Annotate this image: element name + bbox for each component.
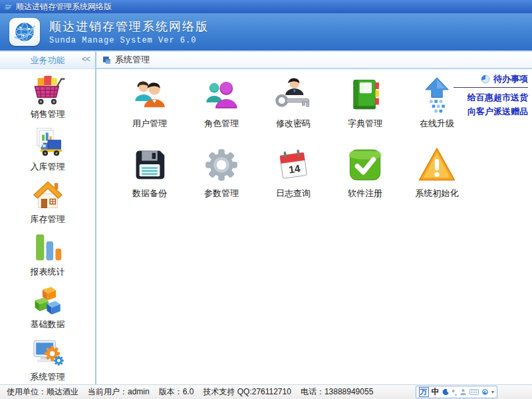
module-label: 在线升级 — [420, 118, 454, 130]
sidebar-item-basedata[interactable]: 基础数据 — [0, 283, 95, 332]
sidebar-item-label: 销售管理 — [31, 108, 65, 120]
status-company: 使用单位：顺达酒业 — [7, 386, 78, 398]
calendar-icon: 14 — [274, 146, 313, 184]
ime-logo-button[interactable]: 万 — [419, 387, 429, 397]
sidebar-item-inventory[interactable]: 库存管理 — [0, 178, 95, 227]
sidebar-item-inbound[interactable]: 入库管理 — [0, 125, 95, 174]
status-version: 版本：6.0 — [159, 386, 194, 398]
warning-icon — [418, 146, 456, 184]
module-label: 角色管理 — [204, 118, 239, 130]
cart-icon — [31, 72, 65, 107]
todo-link-delivery[interactable]: 给百惠超市送货 — [454, 90, 528, 104]
app-globe-icon — [3, 2, 13, 11]
module-log-query[interactable]: 14 日志查询 — [257, 146, 329, 200]
sidebar-collapse-button[interactable]: << — [82, 55, 90, 64]
status-current-user: 当前用户：admin — [88, 386, 150, 398]
tab-window-icon — [102, 56, 111, 65]
calendar-day: 14 — [288, 162, 301, 175]
users-icon — [130, 76, 169, 114]
computer-gear-icon — [31, 335, 65, 370]
module-label: 修改密码 — [276, 118, 311, 130]
floppy-icon — [130, 146, 169, 184]
sidebar: 业务功能 << 销售管理 — [0, 52, 96, 384]
module-system-initialization[interactable]: 系统初始化 — [401, 146, 473, 200]
content-area: 用户管理 — [96, 69, 532, 384]
gear-icon — [202, 146, 241, 184]
module-label: 用户管理 — [132, 118, 167, 130]
sidebar-item-system[interactable]: 系统管理 — [0, 335, 95, 384]
title-bar: 顺达进销存管理系统网络版 — [0, 0, 532, 13]
sidebar-item-sales[interactable]: 销售管理 — [0, 72, 95, 122]
app-subtitle: Sunda Manage System Ver 6.0 — [49, 36, 209, 45]
blocks-icon — [31, 283, 65, 317]
module-label: 系统初始化 — [416, 188, 459, 200]
sidebar-item-label: 报表统计 — [31, 266, 65, 278]
module-label: 参数管理 — [204, 188, 239, 200]
header-titles: 顺达进销存管理系统网络版 Sunda Manage System Ver 6.0 — [49, 19, 209, 45]
app-header: 顺达进销存管理系统网络版 Sunda Manage System Ver 6.0 — [0, 13, 532, 52]
ime-dropdown-caret[interactable]: ▾ — [491, 389, 494, 395]
status-support-qq: 技术支持 QQ:276112710 — [203, 386, 291, 398]
person-key-icon — [274, 76, 313, 114]
app-title: 顺达进销存管理系统网络版 — [49, 19, 209, 35]
ime-toolbar: 万 中 °, ▾ — [416, 386, 497, 398]
ime-keyboard-icon[interactable] — [469, 388, 479, 396]
sidebar-item-reports[interactable]: 报表统计 — [0, 230, 95, 279]
truck-icon — [31, 125, 65, 160]
module-row-2: 数据备份 参数管理 — [96, 146, 532, 200]
ime-language-mode-button[interactable]: 中 — [432, 386, 440, 398]
module-label: 日志查询 — [276, 188, 311, 200]
check-icon — [346, 146, 384, 184]
bar-chart-icon — [31, 230, 65, 265]
module-role-management[interactable]: 角色管理 — [186, 76, 257, 130]
ime-toolbox-icon[interactable] — [481, 388, 489, 396]
roles-icon — [202, 76, 241, 114]
todo-title: 待办事项 — [493, 73, 528, 85]
tab-system-management[interactable]: 系统管理 — [115, 54, 150, 66]
module-parameter-management[interactable]: 参数管理 — [186, 146, 257, 200]
sidebar-item-label: 入库管理 — [31, 161, 65, 173]
module-label: 数据备份 — [132, 188, 167, 200]
sidebar-item-label: 库存管理 — [31, 213, 65, 225]
module-user-management[interactable]: 用户管理 — [114, 76, 186, 130]
module-dictionary-management[interactable]: 字典管理 — [329, 76, 401, 130]
module-label: 软件注册 — [348, 188, 382, 200]
ime-punctuation-button[interactable]: °, — [452, 388, 457, 396]
tab-bar: 系统管理 — [96, 52, 532, 69]
house-icon — [31, 178, 65, 212]
sidebar-item-label: 系统管理 — [31, 371, 65, 383]
todo-title-row: 待办事项 — [454, 73, 528, 88]
app-body: 业务功能 << 销售管理 — [0, 52, 532, 384]
status-phone: 电话：13888949055 — [301, 386, 373, 398]
ime-fullwidth-moon-icon[interactable] — [442, 388, 450, 396]
app-logo — [9, 18, 40, 46]
todo-link-gifts[interactable]: 向客户派送赠品 — [454, 104, 528, 118]
sidebar-title: 业务功能 — [31, 55, 65, 66]
sidebar-item-label: 基础数据 — [31, 319, 65, 331]
globe-logo-icon — [12, 19, 37, 45]
module-change-password[interactable]: 修改密码 — [257, 76, 329, 130]
status-bar: 使用单位：顺达酒业 当前用户：admin 版本：6.0 技术支持 QQ:2761… — [0, 384, 532, 399]
module-data-backup[interactable]: 数据备份 — [114, 146, 186, 200]
app-window: 顺达进销存管理系统网络版 顺达进销存管理系统网络版 Sunda Manage S… — [0, 0, 532, 399]
green-book-icon — [346, 76, 384, 114]
main-panel: 系统管理 — [96, 52, 532, 384]
module-label: 字典管理 — [348, 118, 382, 130]
module-software-registration[interactable]: 软件注册 — [329, 146, 401, 200]
sidebar-header: 业务功能 << — [0, 52, 95, 69]
upload-arrow-icon — [418, 76, 456, 114]
window-title: 顺达进销存管理系统网络版 — [16, 1, 112, 13]
todo-panel: 待办事项 给百惠超市送货 向客户派送赠品 — [454, 73, 528, 118]
ime-user-icon[interactable] — [460, 388, 467, 396]
pie-chart-icon — [481, 74, 490, 84]
